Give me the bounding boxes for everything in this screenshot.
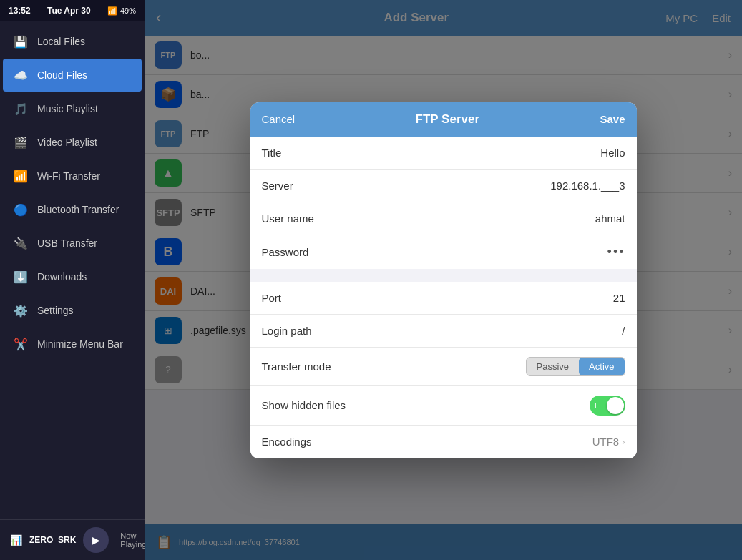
wifi-icon: 📶 bbox=[107, 6, 117, 16]
sidebar-item-label: Minimize Menu Bar bbox=[37, 338, 123, 350]
transfer-mode-control: Passive Active bbox=[526, 357, 625, 376]
modal-title: FTP Server bbox=[416, 112, 479, 127]
encodings-row[interactable]: Encodings UTF8 › bbox=[250, 426, 637, 458]
status-date: Tue Apr 30 bbox=[47, 6, 91, 16]
settings-icon: ⚙️ bbox=[13, 303, 29, 318]
port-value[interactable]: 21 bbox=[613, 292, 625, 304]
passive-button[interactable]: Passive bbox=[527, 358, 580, 375]
status-bar: 13:52 Tue Apr 30 📶 49% bbox=[0, 0, 145, 21]
login-path-row: Login path / bbox=[250, 315, 637, 348]
transfer-mode-label: Transfer mode bbox=[262, 360, 526, 373]
sidebar-item-cloud-files[interactable]: ☁️ Cloud Files bbox=[3, 59, 142, 92]
play-button[interactable]: ▶ bbox=[83, 527, 109, 553]
wifi-transfer-icon: 📶 bbox=[13, 168, 29, 184]
sidebar-item-label: Cloud Files bbox=[37, 69, 87, 81]
now-playing-bar: 📊 ZERO_SRK ▶ Now Playing bbox=[0, 519, 145, 560]
transfer-mode-row: Transfer mode Passive Active bbox=[250, 348, 637, 386]
server-label: Server bbox=[262, 180, 551, 192]
modal-body: Title Hello Server 192.168.1.___3 User n… bbox=[250, 137, 637, 458]
modal-overlay: Cancel FTP Server Save Title Hello Serve… bbox=[145, 0, 742, 560]
active-button[interactable]: Active bbox=[579, 358, 624, 375]
equalizer-icon: 📊 bbox=[10, 534, 22, 546]
music-playlist-icon: 🎵 bbox=[13, 101, 29, 117]
sidebar-item-label: Wi-Fi Transfer bbox=[37, 170, 100, 182]
username-value[interactable]: ahmat bbox=[595, 212, 625, 225]
sidebar: 13:52 Tue Apr 30 📶 49% 💾 Local Files ☁️ … bbox=[0, 0, 145, 560]
sidebar-nav: 💾 Local Files ☁️ Cloud Files 🎵 Music Pla… bbox=[0, 21, 145, 519]
status-icons: 📶 49% bbox=[107, 6, 136, 16]
password-label: Password bbox=[262, 246, 607, 258]
username-label: User name bbox=[262, 212, 595, 225]
ftp-server-modal: Cancel FTP Server Save Title Hello Serve… bbox=[250, 102, 637, 458]
sidebar-item-bluetooth-transfer[interactable]: 🔵 Bluetooth Transfer bbox=[3, 193, 142, 226]
show-hidden-label: Show hidden files bbox=[262, 399, 590, 411]
encodings-chevron-icon: › bbox=[622, 436, 625, 447]
sidebar-item-label: Video Playlist bbox=[37, 137, 97, 148]
minimize-icon: ✂️ bbox=[13, 336, 29, 352]
sidebar-item-label: Local Files bbox=[37, 36, 85, 47]
sidebar-item-label: Bluetooth Transfer bbox=[37, 204, 119, 215]
password-field-row: Password ••• bbox=[250, 235, 637, 269]
toggle-thumb bbox=[607, 397, 624, 414]
login-path-value[interactable]: / bbox=[622, 325, 625, 337]
downloads-icon: ⬇️ bbox=[13, 269, 29, 285]
sidebar-item-label: USB Transfer bbox=[37, 237, 97, 249]
toggle-label: I bbox=[595, 401, 597, 410]
bluetooth-icon: 🔵 bbox=[13, 202, 29, 217]
main-content: ‹ Add Server My PC Edit FTP bo... › 📦 ba… bbox=[145, 0, 742, 560]
sidebar-item-settings[interactable]: ⚙️ Settings bbox=[3, 294, 142, 327]
video-playlist-icon: 🎬 bbox=[13, 134, 29, 150]
sidebar-item-usb-transfer[interactable]: 🔌 USB Transfer bbox=[3, 227, 142, 260]
cancel-button[interactable]: Cancel bbox=[262, 113, 296, 125]
form-section-basic: Title Hello Server 192.168.1.___3 User n… bbox=[250, 137, 637, 269]
show-hidden-row: Show hidden files I bbox=[250, 386, 637, 426]
login-path-label: Login path bbox=[262, 325, 623, 337]
username-field-row: User name ahmat bbox=[250, 202, 637, 235]
sidebar-item-video-playlist[interactable]: 🎬 Video Playlist bbox=[3, 126, 142, 159]
show-hidden-toggle[interactable]: I bbox=[590, 396, 625, 416]
encodings-text: UTF8 bbox=[592, 436, 620, 448]
sidebar-item-label: Settings bbox=[37, 305, 74, 316]
server-field-row: Server 192.168.1.___3 bbox=[250, 170, 637, 202]
password-value[interactable]: ••• bbox=[607, 245, 625, 260]
modal-header: Cancel FTP Server Save bbox=[250, 102, 637, 137]
encodings-value[interactable]: UTF8 › bbox=[592, 436, 625, 448]
form-section-advanced: Port 21 Login path / Transfer mode Passi… bbox=[250, 282, 637, 458]
sidebar-item-minimize-menu-bar[interactable]: ✂️ Minimize Menu Bar bbox=[3, 328, 142, 360]
track-info: ZERO_SRK bbox=[29, 535, 76, 545]
sidebar-item-local-files[interactable]: 💾 Local Files bbox=[3, 25, 142, 58]
cloud-files-icon: ☁️ bbox=[13, 67, 29, 83]
title-label: Title bbox=[262, 147, 601, 159]
sidebar-item-label: Downloads bbox=[37, 271, 87, 283]
title-value[interactable]: Hello bbox=[600, 147, 625, 159]
sidebar-item-music-playlist[interactable]: 🎵 Music Playlist bbox=[3, 92, 142, 125]
now-playing-label: Now Playing bbox=[120, 531, 146, 549]
toggle-track: I bbox=[590, 396, 625, 416]
form-spacer bbox=[250, 269, 637, 282]
port-field-row: Port 21 bbox=[250, 282, 637, 315]
title-field-row: Title Hello bbox=[250, 137, 637, 170]
local-files-icon: 💾 bbox=[13, 34, 29, 49]
save-button[interactable]: Save bbox=[600, 113, 625, 125]
sidebar-item-label: Music Playlist bbox=[37, 103, 98, 114]
sidebar-item-wifi-transfer[interactable]: 📶 Wi-Fi Transfer bbox=[3, 159, 142, 192]
usb-icon: 🔌 bbox=[13, 235, 29, 251]
battery-label: 49% bbox=[120, 6, 136, 15]
sidebar-item-downloads[interactable]: ⬇️ Downloads bbox=[3, 260, 142, 293]
status-time: 13:52 bbox=[9, 6, 31, 16]
server-value[interactable]: 192.168.1.___3 bbox=[550, 180, 625, 192]
track-name: ZERO_SRK bbox=[29, 535, 76, 545]
encodings-label: Encodings bbox=[262, 436, 592, 448]
port-label: Port bbox=[262, 292, 613, 304]
